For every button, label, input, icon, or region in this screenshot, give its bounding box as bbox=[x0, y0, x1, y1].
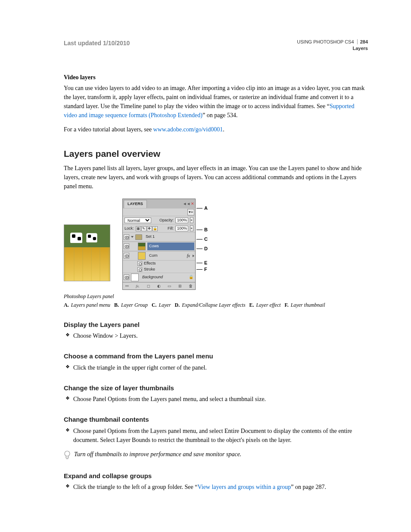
layers-panel: LAYERS ◄◄ ✕ ▾≡ Normal Opacity: bbox=[122, 199, 196, 290]
fill-slider-icon[interactable]: ▸ bbox=[190, 225, 193, 231]
new-group-icon[interactable]: ▭ bbox=[167, 283, 173, 289]
effect-visibility-icon[interactable] bbox=[137, 267, 142, 272]
callout-c: C bbox=[204, 236, 208, 243]
layers-panel-wrap: LAYERS ◄◄ ✕ ▾≡ Normal Opacity: bbox=[122, 199, 196, 290]
list-item: Choose Panel Options from the Layers pan… bbox=[64, 395, 368, 404]
lock-all-icon[interactable]: 🔒 bbox=[153, 226, 158, 231]
visibility-toggle-icon[interactable] bbox=[124, 243, 129, 249]
lightbulb-icon bbox=[64, 451, 71, 460]
visibility-toggle-icon[interactable] bbox=[124, 253, 129, 258]
list-item: Click the triangle in the upper right co… bbox=[64, 363, 368, 372]
heading-video-layers: Video layers bbox=[64, 73, 368, 82]
heading-thumb-contents: Change thumbnail contents bbox=[64, 415, 368, 425]
paragraph: For a video tutorial about layers, see w… bbox=[64, 125, 368, 134]
callout-d: D bbox=[204, 245, 208, 252]
collapse-icon[interactable]: ◄◄ bbox=[183, 201, 190, 207]
list-item: Choose Window > Layers. bbox=[64, 331, 368, 340]
header-right: USING PHOTOSHOP CS4 284 Layers bbox=[297, 39, 368, 52]
lock-transparency-icon[interactable]: ▦ bbox=[136, 226, 141, 231]
effect-name: Stroke bbox=[144, 267, 155, 273]
link-layers-icon[interactable]: ⚯ bbox=[124, 283, 130, 289]
figure-caption: Photoshop Layers panel bbox=[64, 292, 368, 300]
lock-pixels-icon[interactable]: ✎ bbox=[141, 226, 146, 231]
add-mask-icon[interactable]: ◻ bbox=[145, 283, 151, 289]
paragraph: You can use video layers to add video to… bbox=[64, 84, 368, 120]
layer-thumbnail-icon bbox=[131, 274, 139, 281]
layer-thumbnail-icon bbox=[138, 252, 146, 260]
folder-icon bbox=[135, 234, 142, 240]
doc-title: USING PHOTOSHOP CS4 bbox=[297, 39, 354, 44]
visibility-toggle-icon[interactable] bbox=[124, 234, 129, 240]
callout-f: F bbox=[204, 266, 207, 273]
list-item: Choose panel Options from the Layers pan… bbox=[64, 426, 368, 445]
figure-layers-panel: LAYERS ◄◄ ✕ ▾≡ Normal Opacity: bbox=[64, 199, 368, 309]
effects-row[interactable]: Effects bbox=[123, 261, 195, 267]
list-item: Click the triangle to the left of a grou… bbox=[64, 482, 368, 492]
lock-position-icon[interactable]: ✥ bbox=[147, 226, 152, 231]
heading-thumb-size: Change the size of layer thumbnails bbox=[64, 383, 368, 393]
page-header: Last updated 1/10/2010 USING PHOTOSHOP C… bbox=[64, 39, 368, 52]
opacity-input[interactable] bbox=[175, 218, 188, 223]
effect-stroke-row[interactable]: Stroke bbox=[123, 267, 195, 273]
layer-row-background[interactable]: Background 🔒 bbox=[123, 273, 195, 282]
expand-effects-icon[interactable] bbox=[193, 255, 194, 257]
fill-label: Fill: bbox=[168, 226, 174, 232]
link-view-layers-groups[interactable]: View layers and groups within a group bbox=[197, 484, 291, 490]
section-name: Layers bbox=[297, 45, 368, 52]
layer-row-corn[interactable]: Corn fx bbox=[123, 251, 195, 261]
add-style-icon[interactable]: fx. bbox=[135, 283, 141, 289]
fx-badge-icon: fx bbox=[187, 252, 190, 259]
expand-group-icon[interactable] bbox=[131, 236, 134, 238]
sample-image-thumbnail bbox=[64, 224, 110, 281]
adjustment-layer-icon[interactable]: ◐ bbox=[156, 283, 162, 289]
link-video-tutorial[interactable]: www.adobe.com/go/vid0001 bbox=[153, 126, 223, 133]
layer-name: Cows bbox=[147, 243, 194, 250]
heading-choose-command: Choose a command from the Layers panel m… bbox=[64, 352, 368, 361]
callout-a: A bbox=[204, 205, 208, 212]
heading-display-panel: Display the Layers panel bbox=[64, 320, 368, 330]
lock-icon: 🔒 bbox=[189, 274, 193, 280]
opacity-label: Opacity: bbox=[159, 218, 174, 224]
tip-block: Turn off thumbnails to improve performan… bbox=[64, 450, 368, 460]
layer-row-cows[interactable]: Cows bbox=[123, 242, 195, 251]
heading-layers-panel-overview: Layers panel overview bbox=[64, 147, 368, 161]
layers-panel-tab[interactable]: LAYERS bbox=[124, 200, 147, 208]
panel-menu-icon[interactable]: ▾≡ bbox=[187, 209, 194, 216]
heading-expand-collapse: Expand and collapse groups bbox=[64, 471, 368, 481]
document-page: Last updated 1/10/2010 USING PHOTOSHOP C… bbox=[0, 0, 411, 523]
opacity-slider-icon[interactable]: ▸ bbox=[190, 217, 193, 223]
last-updated: Last updated 1/10/2010 bbox=[64, 39, 130, 48]
blend-mode-select[interactable]: Normal bbox=[125, 218, 151, 223]
effects-label: Effects bbox=[144, 261, 156, 267]
visibility-toggle-icon[interactable] bbox=[124, 274, 129, 280]
layer-name: Background bbox=[140, 274, 187, 281]
layer-thumbnail-icon bbox=[138, 243, 146, 250]
tip-text: Turn off thumbnails to improve performan… bbox=[74, 450, 241, 459]
svg-point-0 bbox=[65, 451, 70, 456]
new-layer-icon[interactable]: ⊞ bbox=[177, 283, 183, 289]
layer-name: Corn bbox=[147, 252, 185, 260]
fill-input[interactable] bbox=[175, 226, 188, 231]
layer-group-row[interactable]: Set 1 bbox=[123, 232, 195, 242]
effect-visibility-icon[interactable] bbox=[137, 261, 142, 266]
paragraph: The Layers panel lists all layers, layer… bbox=[64, 164, 368, 191]
page-number: 284 bbox=[357, 39, 368, 44]
callout-b: B bbox=[204, 226, 208, 233]
delete-layer-icon[interactable]: 🗑 bbox=[188, 283, 194, 289]
close-icon[interactable]: ✕ bbox=[191, 201, 194, 207]
group-name: Set 1 bbox=[144, 233, 194, 241]
figure-legend: A. Layers panel menu B. Layer Group C. L… bbox=[64, 301, 368, 309]
lock-label: Lock: bbox=[125, 226, 134, 232]
